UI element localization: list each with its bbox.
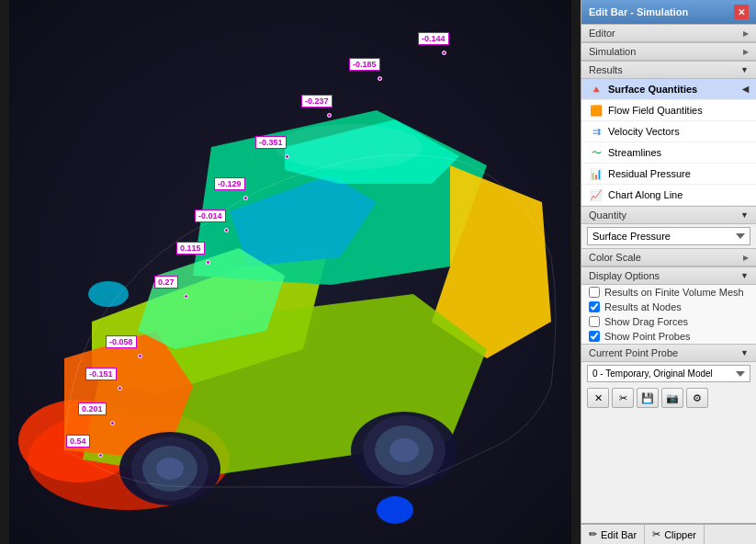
color-scale-label: Color Scale — [589, 252, 641, 263]
svg-point-21 — [276, 124, 423, 170]
quantity-label: Quantity — [589, 210, 626, 221]
menu-item-surface[interactable]: 🔺 Surface Quantities ◀ — [581, 79, 756, 100]
drag-label[interactable]: Show Drag Forces — [604, 316, 688, 327]
panel-title: Edit Bar - Simulation — [589, 6, 688, 17]
results-arrow-icon: ▼ — [740, 65, 749, 74]
display-options-section-header[interactable]: Display Options ▼ — [581, 266, 756, 285]
clipper-label: Clipper — [664, 529, 696, 540]
display-option-probes: Show Point Probes — [581, 329, 756, 344]
streamlines-icon: 〜 — [589, 145, 604, 160]
finite-volume-checkbox[interactable] — [589, 287, 600, 298]
probe-dot — [442, 51, 446, 55]
edit-bar-icon: ✏ — [589, 528, 597, 540]
display-option-finite-volume: Results on Finite Volume Mesh — [581, 285, 756, 300]
right-panel: Edit Bar - Simulation ✕ Editor ▶ Simulat… — [581, 0, 756, 544]
surface-label: Surface Quantities — [608, 84, 697, 95]
probe-dot — [327, 113, 332, 118]
surface-arrow-icon: ◀ — [742, 85, 749, 94]
svg-point-17 — [377, 496, 413, 524]
probe-dot — [138, 354, 142, 358]
quantity-section-header[interactable]: Quantity ▼ — [581, 206, 756, 224]
probe-dot — [110, 421, 115, 425]
quantity-dropdown[interactable]: Surface Pressure Wall Shear Stress Press… — [587, 227, 750, 245]
current-probe-arrow-icon: ▼ — [740, 348, 749, 357]
menu-item-residual[interactable]: 📊 Residual Pressure — [581, 164, 756, 185]
probe-dropdown[interactable]: 0 - Temporary, Original Model — [587, 365, 750, 382]
nodes-label[interactable]: Results at Nodes — [604, 301, 682, 312]
probe-dot — [206, 260, 210, 265]
velocity-label: Velocity Vectors — [608, 126, 680, 137]
probe-dot — [98, 453, 103, 458]
quantity-arrow-icon: ▼ — [740, 210, 749, 220]
drag-checkbox[interactable] — [589, 316, 600, 327]
flow-label: Flow Field Quantities — [608, 105, 703, 116]
nodes-checkbox[interactable] — [589, 301, 600, 312]
menu-item-flow[interactable]: 🟧 Flow Field Quantities — [581, 100, 756, 121]
streamlines-label: Streamlines — [608, 147, 661, 158]
editor-label: Editor — [589, 28, 615, 39]
tool-button-save[interactable]: 💾 — [637, 388, 659, 408]
bottom-bar: ✏ Edit Bar ✂ Clipper — [581, 523, 756, 544]
tool-button-camera[interactable]: 📷 — [661, 388, 683, 408]
edit-bar-label: Edit Bar — [601, 529, 637, 540]
probe-dot — [184, 294, 188, 299]
chart-icon: 📈 — [589, 187, 604, 202]
simulation-section-header[interactable]: Simulation ▶ — [581, 42, 756, 61]
residual-label: Residual Pressure — [608, 168, 691, 179]
display-options-arrow-icon: ▼ — [740, 271, 749, 280]
velocity-icon: ⇉ — [589, 124, 604, 139]
visualization-area: -0.144 -0.185 -0.237 -0.351 -0.129 -0.01… — [0, 0, 581, 544]
panel-scroll: Editor ▶ Simulation ▶ Results ▼ 🔺 Surfac… — [581, 24, 756, 523]
flow-icon: 🟧 — [589, 103, 604, 118]
menu-item-chart[interactable]: 📈 Chart Along Line — [581, 185, 756, 206]
tool-button-settings[interactable]: ⚙ — [686, 388, 708, 408]
simulation-label: Simulation — [589, 46, 636, 57]
chart-label: Chart Along Line — [608, 189, 683, 200]
tab-clipper[interactable]: ✂ Clipper — [645, 525, 705, 544]
probe-dot — [243, 196, 248, 200]
surface-icon: 🔺 — [589, 82, 604, 96]
clipper-icon: ✂ — [652, 528, 660, 540]
editor-section-header[interactable]: Editor ▶ — [581, 24, 756, 42]
probe-dot — [118, 386, 122, 391]
display-options-label: Display Options — [589, 270, 660, 281]
svg-point-13 — [156, 458, 184, 480]
menu-item-streamlines[interactable]: 〜 Streamlines — [581, 142, 756, 164]
svg-point-20 — [88, 281, 129, 307]
svg-point-16 — [389, 438, 419, 462]
editor-arrow-icon: ▶ — [743, 29, 749, 38]
current-probe-label: Current Point Probe — [589, 347, 678, 358]
tab-edit-bar[interactable]: ✏ Edit Bar — [581, 525, 645, 544]
finite-volume-label[interactable]: Results on Finite Volume Mesh — [604, 287, 744, 298]
toolbar-row: ✕ ✂ 💾 📷 ⚙ — [581, 385, 756, 411]
results-section-header[interactable]: Results ▼ — [581, 61, 756, 79]
probe-dot — [378, 76, 382, 81]
display-option-nodes: Results at Nodes — [581, 300, 756, 314]
simulation-arrow-icon: ▶ — [743, 48, 749, 56]
tool-button-cut[interactable]: ✂ — [612, 388, 634, 408]
menu-item-velocity[interactable]: ⇉ Velocity Vectors — [581, 121, 756, 142]
panel-header: Edit Bar - Simulation ✕ — [581, 0, 756, 24]
probes-checkbox[interactable] — [589, 331, 600, 342]
residual-icon: 📊 — [589, 166, 604, 181]
close-button[interactable]: ✕ — [734, 5, 749, 19]
display-option-drag: Show Drag Forces — [581, 314, 756, 329]
tool-button-delete[interactable]: ✕ — [587, 388, 609, 408]
probes-label[interactable]: Show Point Probes — [604, 331, 691, 342]
probe-dot — [224, 228, 229, 232]
color-scale-section-header[interactable]: Color Scale ▶ — [581, 248, 756, 266]
current-probe-section-header[interactable]: Current Point Probe ▼ — [581, 344, 756, 362]
probe-dot — [285, 154, 289, 159]
color-scale-arrow-icon: ▶ — [743, 254, 749, 262]
results-label: Results — [589, 64, 623, 75]
